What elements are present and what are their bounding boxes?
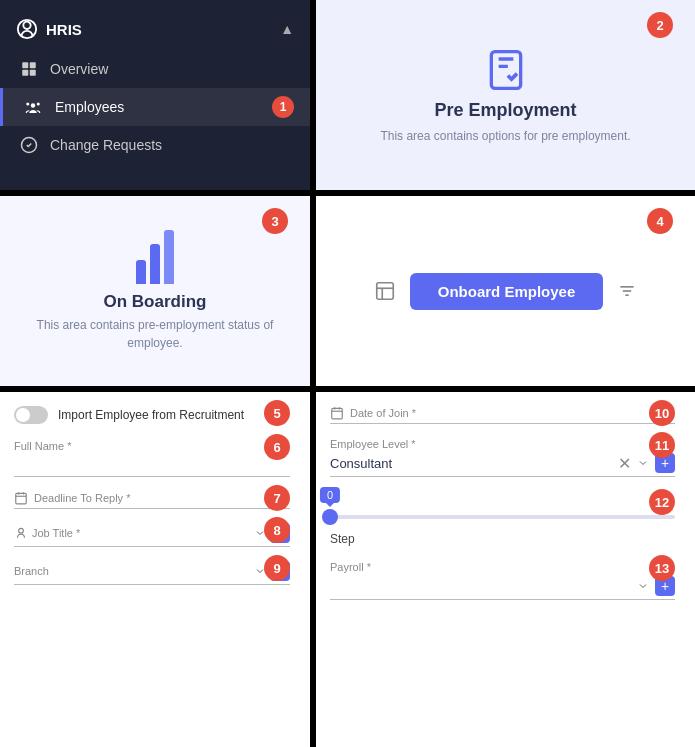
svg-rect-3 xyxy=(22,70,28,76)
form-right: 10 Date of Join * 11 Employee Level * Co… xyxy=(316,392,695,747)
date-join-field: 10 Date of Join * xyxy=(330,406,675,424)
onboarding-title: On Boarding xyxy=(104,292,207,312)
svg-rect-10 xyxy=(376,283,393,300)
svg-point-6 xyxy=(37,103,40,106)
full-name-input[interactable] xyxy=(14,455,290,477)
sidebar-item-label-employees: Employees xyxy=(55,99,124,115)
job-title-field: 8 Job Title * + xyxy=(14,523,290,547)
svg-rect-9 xyxy=(491,51,520,88)
sidebar-item-employees[interactable]: Employees 1 xyxy=(0,88,310,126)
date-calendar-icon xyxy=(330,406,344,420)
emp-level-clear-icon[interactable]: ✕ xyxy=(618,454,631,473)
pre-employment-panel: 2 Pre Employment This area contains opti… xyxy=(316,0,695,190)
badge-13: 13 xyxy=(649,555,675,581)
emp-level-chevron-icon xyxy=(637,457,649,469)
branch-field: 9 Branch + xyxy=(14,561,290,585)
app-title: HRIS xyxy=(46,21,82,38)
badge-12: 12 xyxy=(649,489,675,515)
svg-point-7 xyxy=(26,103,29,106)
person-icon xyxy=(14,526,28,540)
chevron-up-icon: ▲ xyxy=(280,21,294,37)
full-name-field: 6 Full Name * xyxy=(14,440,290,477)
toggle-row[interactable]: Import Employee from Recruitment xyxy=(14,406,290,424)
payroll-label: Payroll * xyxy=(330,561,675,573)
onboard-employee-button[interactable]: Onboard Employee xyxy=(410,273,604,310)
sidebar-item-label-overview: Overview xyxy=(50,61,108,77)
onboarding-desc: This area contains pre-employment status… xyxy=(0,316,310,352)
badge-9: 9 xyxy=(264,555,290,581)
branch-label: Branch xyxy=(14,565,250,577)
deadline-label: Deadline To Reply * xyxy=(34,492,290,504)
slider-tooltip: 0 xyxy=(320,487,340,503)
step-slider-field: 12 0 Step xyxy=(330,483,675,547)
step-label: Step xyxy=(330,532,355,546)
badge-11: 11 xyxy=(649,432,675,458)
badge-6: 6 xyxy=(264,434,290,460)
svg-rect-4 xyxy=(30,70,36,76)
badge-10: 10 xyxy=(649,400,675,426)
sidebar-item-label-change: Change Requests xyxy=(50,137,162,153)
form-left: 5 Import Employee from Recruitment 6 Ful… xyxy=(0,392,310,747)
job-title-label: Job Title * xyxy=(32,527,250,539)
svg-rect-2 xyxy=(30,62,36,68)
badge-2: 2 xyxy=(647,12,673,38)
badge-5: 5 xyxy=(264,400,290,426)
change-requests-icon xyxy=(20,136,38,154)
slider-thumb[interactable] xyxy=(322,509,338,525)
emp-level-label: Employee Level * xyxy=(330,438,675,450)
user-circle-icon xyxy=(16,18,38,40)
filter-icon[interactable] xyxy=(617,281,637,301)
sidebar-header: HRIS ▲ xyxy=(0,10,310,50)
calendar-icon xyxy=(14,491,28,505)
badge-7: 7 xyxy=(264,485,290,511)
onboarding-chart xyxy=(136,230,174,284)
employee-level-field: 11 Employee Level * Consultant ✕ + xyxy=(330,438,675,477)
pre-employment-icon xyxy=(484,48,528,92)
badge-4: 4 xyxy=(647,208,673,234)
pre-employment-title: Pre Employment xyxy=(434,100,576,121)
toggle-switch[interactable] xyxy=(14,406,48,424)
svg-point-5 xyxy=(31,103,36,108)
badge-3: 3 xyxy=(262,208,288,234)
toggle-label: Import Employee from Recruitment xyxy=(58,408,244,422)
badge-8: 8 xyxy=(264,517,290,543)
sidebar-item-change-requests[interactable]: Change Requests xyxy=(0,126,310,164)
deadline-field: 7 Deadline To Reply * xyxy=(14,491,290,509)
payroll-field: 13 Payroll * + xyxy=(330,561,675,600)
onboard-action-panel: 4 Onboard Employee xyxy=(316,196,695,386)
employees-icon xyxy=(23,98,43,116)
svg-rect-16 xyxy=(16,493,27,504)
full-name-label: Full Name * xyxy=(14,440,290,452)
svg-point-20 xyxy=(19,528,24,533)
table-icon xyxy=(374,280,396,302)
date-join-label: Date of Join * xyxy=(350,407,675,419)
svg-rect-21 xyxy=(332,408,343,419)
employees-badge: 1 xyxy=(272,96,294,118)
onboarding-panel: 3 On Boarding This area contains pre-emp… xyxy=(0,196,310,386)
sidebar: HRIS ▲ Overview Employees 1 Change Reque… xyxy=(0,0,310,190)
emp-level-value: Consultant xyxy=(330,456,612,471)
sidebar-item-overview[interactable]: Overview xyxy=(0,50,310,88)
pre-employment-desc: This area contains options for pre emplo… xyxy=(360,129,650,143)
payroll-chevron-icon xyxy=(637,580,649,592)
overview-icon xyxy=(20,60,38,78)
svg-rect-1 xyxy=(22,62,28,68)
